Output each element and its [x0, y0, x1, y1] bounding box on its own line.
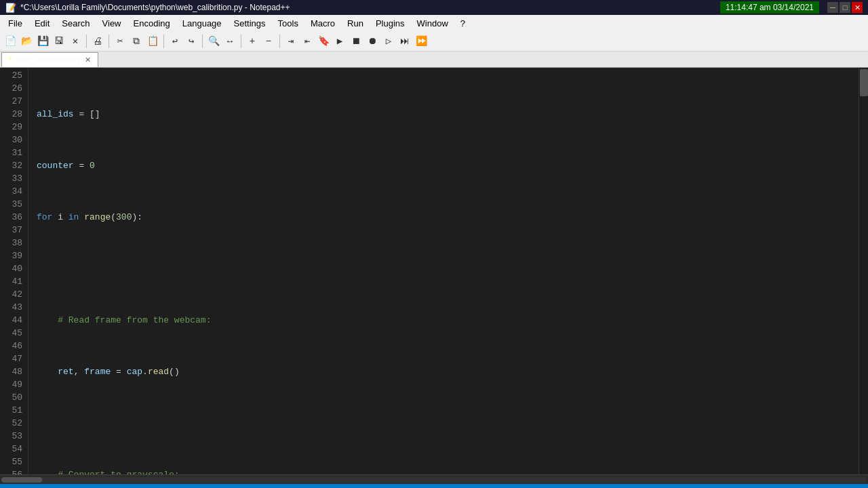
tab-close-button[interactable]: ✕	[85, 56, 91, 64]
copy-button[interactable]: ⧉	[129, 34, 144, 49]
code-line-29: # Read frame from the webcam:	[37, 314, 859, 327]
print-button[interactable]: 🖨	[90, 34, 105, 49]
sep4	[202, 35, 203, 48]
horizontal-scrollbar-container	[0, 474, 868, 484]
editor: 25 26 27 28 29 30 31 32 33 34 35 36 37 3…	[0, 68, 868, 474]
linenum-45: 45	[3, 327, 22, 340]
code-line-32: # Convert to grayscale:	[37, 468, 859, 474]
datetime-display: 11:14:47 am 03/14/2021	[720, 1, 819, 14]
maximize-button[interactable]: □	[840, 2, 850, 13]
linenum-32: 32	[3, 159, 22, 172]
file-tab[interactable]: * web_calibrition.py ✕	[1, 52, 98, 67]
linenum-27: 27	[3, 95, 22, 108]
code-line-28	[37, 262, 859, 275]
code-editor[interactable]: all_ids = [] counter = 0 for i in range(…	[28, 68, 859, 474]
titlebar-title: 📝 *C:\Users\Lorilla Family\Documents\pyt…	[5, 3, 290, 13]
linenum-52: 52	[3, 417, 22, 430]
linenum-29: 29	[3, 121, 22, 134]
menu-macro[interactable]: Macro	[305, 15, 340, 31]
paste-button[interactable]: 📋	[145, 34, 160, 49]
replace-button[interactable]: ↔	[222, 34, 237, 49]
vertical-scrollbar[interactable]	[859, 68, 868, 474]
sep2	[108, 35, 109, 48]
window-controls: ─ □ ✕	[827, 2, 863, 13]
save-button[interactable]: 💾	[35, 34, 50, 49]
linenum-40: 40	[3, 262, 22, 275]
linenum-28: 28	[3, 108, 22, 121]
menu-search[interactable]: Search	[56, 15, 95, 31]
linenum-41: 41	[3, 275, 22, 288]
menu-file[interactable]: File	[3, 15, 28, 31]
linenum-26: 26	[3, 82, 22, 95]
linenum-43: 43	[3, 301, 22, 314]
linenum-30: 30	[3, 134, 22, 146]
redo-button[interactable]: ↪	[184, 34, 199, 49]
sep5	[241, 35, 241, 48]
statusbar: Ln : 56 Col : 25 Sel : 0 | 0 length : 14…	[0, 484, 868, 488]
minimize-button[interactable]: ─	[827, 2, 838, 13]
tab-filename: web_calibrition.py	[16, 55, 80, 64]
linenum-39: 39	[3, 249, 22, 262]
zoom-out-button[interactable]: −	[261, 34, 276, 49]
code-line-31	[37, 417, 859, 430]
macro-run-button[interactable]: ⏩	[414, 34, 429, 49]
linenum-44: 44	[3, 314, 22, 327]
close-button[interactable]: ✕	[852, 2, 863, 13]
record-button[interactable]: ⏺	[365, 34, 380, 49]
indent-button[interactable]: ⇥	[283, 34, 298, 49]
menu-view[interactable]: View	[97, 15, 127, 31]
sep3	[163, 35, 164, 48]
linenum-36: 36	[3, 211, 22, 224]
menu-help[interactable]: ?	[455, 15, 471, 31]
zoom-in-button[interactable]: +	[245, 34, 260, 49]
sep6	[279, 35, 280, 48]
menu-window[interactable]: Window	[412, 15, 454, 31]
menu-encoding[interactable]: Encoding	[128, 15, 176, 31]
run-button[interactable]: ▶	[332, 34, 347, 49]
linenum-48: 48	[3, 365, 22, 378]
code-line-26: counter = 0	[37, 159, 859, 172]
linenum-54: 54	[3, 443, 22, 455]
scrollbar-thumb[interactable]	[860, 69, 868, 96]
menu-run[interactable]: Run	[342, 15, 369, 31]
menu-language[interactable]: Language	[177, 15, 227, 31]
undo-button[interactable]: ↩	[167, 34, 182, 49]
code-line-30: ret, frame = cap.read()	[37, 365, 859, 378]
new-button[interactable]: 📄	[3, 34, 18, 49]
titlebar: 📝 *C:\Users\Lorilla Family\Documents\pyt…	[0, 0, 868, 15]
menu-settings[interactable]: Settings	[229, 15, 271, 31]
menu-edit[interactable]: Edit	[29, 15, 55, 31]
find-button[interactable]: 🔍	[206, 34, 221, 49]
open-button[interactable]: 📂	[19, 34, 34, 49]
cut-button[interactable]: ✂	[113, 34, 127, 49]
wrap-button[interactable]: ⏭	[397, 34, 412, 49]
horizontal-scrollbar-track[interactable]	[1, 477, 867, 483]
close-button2[interactable]: ✕	[68, 34, 83, 49]
play-button2[interactable]: ▷	[381, 34, 396, 49]
window-title: *C:\Users\Lorilla Family\Documents\pytho…	[20, 3, 290, 12]
outdent-button[interactable]: ⇤	[300, 34, 315, 49]
save-all-button[interactable]: 🖫	[52, 34, 66, 49]
sep1	[86, 35, 87, 48]
linenum-38: 38	[3, 237, 22, 249]
menu-plugins[interactable]: Plugins	[370, 15, 410, 31]
bookmark-button[interactable]: 🔖	[316, 34, 331, 49]
linenum-34: 34	[3, 185, 22, 198]
linenum-56: 56	[3, 468, 22, 474]
linenum-31: 31	[3, 146, 22, 159]
linenum-46: 46	[3, 340, 22, 352]
stop-button[interactable]: ⏹	[349, 34, 363, 49]
code-line-27: for i in range(300):	[37, 211, 859, 224]
horizontal-scrollbar-thumb[interactable]	[1, 477, 42, 483]
tabbar: * web_calibrition.py ✕	[0, 52, 868, 68]
linenum-37: 37	[3, 224, 22, 237]
line-numbers: 25 26 27 28 29 30 31 32 33 34 35 36 37 3…	[0, 68, 28, 474]
linenum-42: 42	[3, 288, 22, 301]
linenum-35: 35	[3, 198, 22, 211]
menubar: File Edit Search View Encoding Language …	[0, 15, 868, 31]
linenum-51: 51	[3, 404, 22, 417]
linenum-25: 25	[3, 69, 22, 82]
linenum-50: 50	[3, 391, 22, 404]
menu-tools[interactable]: Tools	[273, 15, 304, 31]
linenum-47: 47	[3, 352, 22, 365]
